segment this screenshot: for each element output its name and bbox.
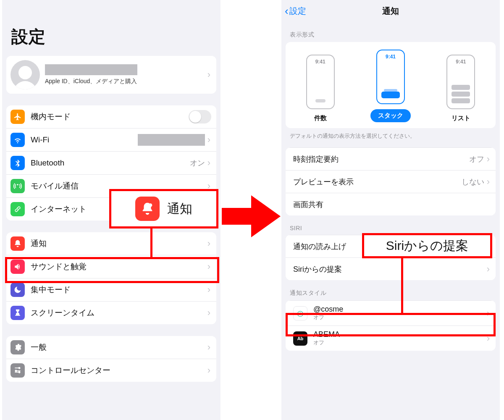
siri-header: SIRI	[281, 215, 500, 235]
control-center-row[interactable]: コントロールセンター ›	[6, 359, 216, 382]
hourglass-icon	[10, 306, 25, 320]
svg-point-0	[149, 203, 152, 207]
display-option-list[interactable]: 9:41 リスト	[446, 55, 475, 122]
chevron-right-icon: ›	[207, 238, 211, 249]
apple-id-row[interactable]: Apple ID、iCloud、メディアと購入 ›	[6, 56, 216, 94]
page-title: 通知	[382, 5, 399, 17]
app-status: オフ	[313, 339, 340, 346]
announce-label: 通知の読み上げ	[293, 242, 346, 252]
annotation-connector	[401, 258, 403, 313]
hotspot-label: インターネット	[31, 204, 87, 215]
scheduled-summary-value: オフ	[469, 154, 484, 164]
chevron-right-icon: ›	[207, 69, 211, 80]
wifi-label: Wi-Fi	[31, 135, 49, 144]
chevron-right-icon: ›	[207, 158, 211, 168]
moon-icon	[10, 283, 25, 297]
airplane-mode-row[interactable]: 機内モード	[6, 105, 216, 128]
bluetooth-row[interactable]: Bluetooth オン ›	[6, 151, 216, 174]
focus-label: 集中モード	[31, 284, 71, 295]
profile-card: Apple ID、iCloud、メディアと購入 ›	[6, 56, 216, 94]
show-previews-label: プレビューを表示	[293, 177, 354, 187]
annotation-connector	[150, 228, 152, 258]
airplane-mode-switch[interactable]	[189, 110, 211, 123]
notification-options-group: 時刻指定要約 オフ › プレビューを表示 しない › 画面共有 ›	[286, 147, 496, 215]
gear-icon	[10, 340, 25, 354]
general-row[interactable]: 一般 ›	[6, 336, 216, 359]
tutorial-stage: 設定 Apple ID、iCloud、メディアと購入 ›	[0, 0, 504, 420]
general-group: 一般 › コントロールセンター ›	[6, 336, 216, 382]
general-label: 一般	[31, 342, 47, 353]
profile-name-redacted	[45, 64, 137, 75]
chevron-right-icon: ›	[207, 307, 211, 318]
profile-subtitle: Apple ID、iCloud、メディアと購入	[45, 78, 207, 85]
scheduled-summary-label: 時刻指定要約	[293, 154, 339, 164]
option-label: リスト	[452, 114, 470, 122]
back-label: 設定	[289, 5, 306, 17]
bell-icon	[135, 197, 160, 221]
link-icon	[10, 202, 25, 216]
wifi-icon	[10, 133, 25, 147]
option-label: 件数	[314, 114, 327, 122]
highlight-siri-suggestions-row	[286, 313, 496, 336]
notifications-row[interactable]: 通知 ›	[6, 232, 216, 255]
chevron-right-icon: ›	[487, 264, 491, 275]
nav-bar: ‹ 設定 通知	[281, 0, 500, 22]
wifi-value-redacted	[138, 134, 205, 146]
screentime-label: スクリーンタイム	[31, 307, 94, 318]
chevron-left-icon: ‹	[285, 5, 289, 18]
airplane-mode-label: 機内モード	[31, 111, 71, 122]
antenna-icon	[10, 179, 25, 193]
wifi-row[interactable]: Wi-Fi ›	[6, 128, 216, 151]
bluetooth-value: オン	[190, 158, 205, 168]
app-name: @cosme	[313, 305, 343, 314]
callout-label: Siriからの提案	[386, 237, 468, 255]
highlight-notifications-row	[5, 257, 219, 283]
display-style-footer: デフォルトの通知の表示方法を選択してください。	[281, 128, 500, 142]
back-button[interactable]: ‹ 設定	[285, 0, 306, 22]
preview-stack-icon: 9:41	[376, 50, 405, 104]
cellular-label: モバイル通信	[31, 181, 79, 192]
option-label-selected: スタック	[370, 109, 411, 122]
callout-siri-suggestions: Siriからの提案	[362, 233, 492, 258]
chevron-right-icon: ›	[487, 176, 491, 187]
display-option-count[interactable]: 9:41 件数	[306, 55, 335, 122]
display-style-card: 9:41 件数 9:41 スタック 9:41	[286, 42, 496, 128]
screentime-row[interactable]: スクリーンタイム ›	[6, 301, 216, 324]
siri-suggestions-label: Siriからの提案	[293, 264, 342, 274]
chevron-right-icon: ›	[207, 134, 211, 145]
control-center-label: コントロールセンター	[31, 365, 110, 376]
display-style-header: 表示形式	[281, 22, 500, 42]
preview-count-icon: 9:41	[306, 55, 335, 109]
siri-suggestions-row[interactable]: Siriからの提案 ›	[286, 257, 496, 280]
avatar	[10, 60, 40, 89]
screen-sharing-label: 画面共有	[293, 200, 323, 210]
show-previews-value: しない	[462, 177, 484, 187]
preview-list-icon: 9:41	[446, 55, 475, 109]
callout-notifications: 通知	[109, 189, 218, 228]
bluetooth-label: Bluetooth	[31, 158, 64, 168]
chevron-right-icon: ›	[487, 154, 491, 165]
scheduled-summary-row[interactable]: 時刻指定要約 オフ ›	[286, 147, 496, 170]
airplane-icon	[10, 110, 25, 124]
notifications-screen: ‹ 設定 通知 表示形式 9:41 件数 9:41	[281, 0, 500, 420]
switches-icon	[10, 363, 25, 378]
chevron-right-icon: ›	[207, 342, 211, 353]
chevron-right-icon: ›	[207, 365, 211, 376]
callout-label: 通知	[167, 200, 192, 218]
bell-icon	[10, 236, 25, 251]
chevron-right-icon: ›	[207, 284, 211, 295]
notifications-label: 通知	[31, 238, 47, 249]
notification-style-header: 通知スタイル	[281, 280, 500, 300]
screen-sharing-row[interactable]: 画面共有 ›	[286, 193, 496, 215]
show-previews-row[interactable]: プレビューを表示 しない ›	[286, 170, 496, 193]
arrow-right-icon	[222, 193, 281, 239]
display-option-stack[interactable]: 9:41 スタック	[370, 50, 411, 122]
bluetooth-icon	[10, 156, 25, 170]
page-title: 設定	[2, 0, 220, 56]
